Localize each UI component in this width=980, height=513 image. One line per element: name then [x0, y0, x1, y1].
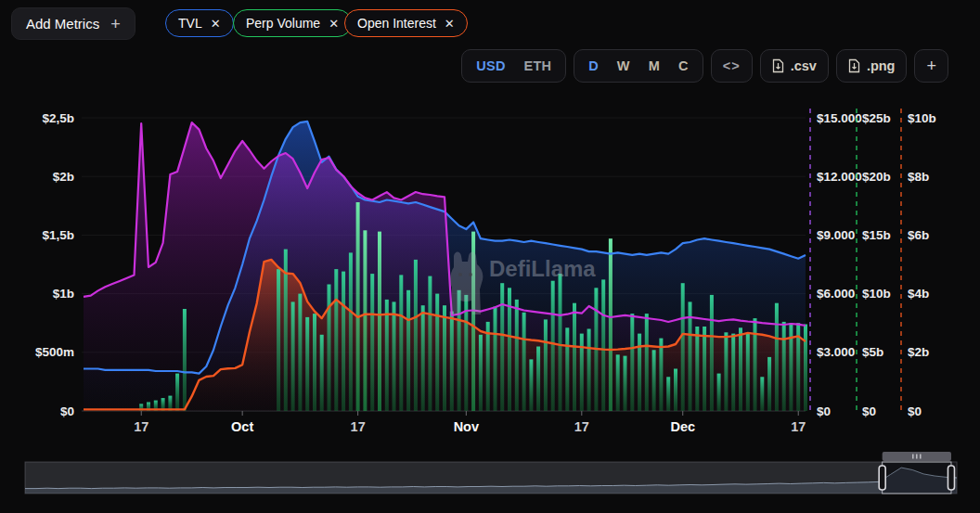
volume-bar — [494, 307, 497, 412]
interval-monthly-button[interactable]: M — [639, 50, 669, 82]
volume-bar — [638, 334, 641, 411]
time-range-scrubber[interactable] — [0, 448, 980, 513]
right-axis-label: $10b — [908, 111, 936, 125]
right-axis-label: $12.000 — [817, 170, 862, 184]
chip-label: Perp Volume — [246, 16, 320, 31]
add-chart-button[interactable]: + — [914, 49, 948, 83]
right-axis-label: $3.000 — [817, 345, 855, 359]
x-axis-label: Nov — [454, 419, 479, 434]
volume-bar — [305, 317, 309, 411]
volume-bar — [587, 329, 591, 412]
watermark-text: DefiLlama — [489, 256, 596, 281]
volume-bar — [767, 357, 771, 411]
right-axis-purple: $15.000$12.000$9.000$6.000$3.000$0 — [810, 109, 862, 418]
volume-bar — [624, 356, 627, 411]
close-icon[interactable]: ✕ — [329, 18, 339, 30]
metric-chip-open-interest[interactable]: Open Interest ✕ — [344, 9, 468, 37]
currency-eth-button[interactable]: ETH — [515, 50, 561, 82]
x-axis: 17Oct17Nov17Dec17 — [134, 411, 806, 434]
download-png-button[interactable]: .png — [836, 49, 908, 83]
x-axis-label: 17 — [791, 419, 806, 434]
right-axis-label: $9.000 — [817, 228, 855, 242]
interval-cumulative-button[interactable]: C — [669, 50, 698, 82]
volume-bar — [291, 301, 295, 411]
metric-chip-tvl[interactable]: TVL ✕ — [165, 9, 234, 37]
x-axis-label: Dec — [670, 419, 695, 434]
volume-bar — [356, 202, 360, 411]
defillama-chart-page: { "header": { "add_metrics_label": "Add … — [0, 0, 980, 513]
file-download-icon — [772, 58, 784, 73]
chart-toolbar: USD ETH D W M C <> .csv .png + — [371, 49, 948, 83]
file-download-icon — [848, 58, 860, 73]
volume-bar — [363, 230, 367, 411]
x-axis-label: Oct — [231, 419, 253, 434]
right-axis-label: $8b — [908, 170, 929, 184]
volume-bar — [645, 314, 649, 411]
right-axis-orange: $10b$8b$6b$4b$2b$0 — [901, 109, 936, 418]
volume-bar — [659, 339, 663, 411]
volume-bar — [298, 294, 302, 411]
png-label: .png — [867, 58, 896, 73]
right-axis-label: $0 — [817, 404, 831, 418]
metric-chip-perp-volume[interactable]: Perp Volume ✕ — [233, 9, 352, 37]
right-axis-label: $10b — [862, 287, 891, 301]
volume-bar — [370, 274, 374, 411]
interval-toggle: D W M C — [574, 49, 703, 83]
volume-bar — [486, 322, 490, 411]
volume-bar — [731, 334, 735, 411]
volume-bar — [724, 332, 728, 411]
volume-bar — [313, 314, 316, 411]
volume-bar — [609, 238, 612, 411]
volume-bar — [529, 359, 533, 411]
right-axis-label: $2b — [908, 345, 929, 359]
download-csv-button[interactable]: .csv — [760, 49, 829, 83]
scrubber-handle-left[interactable] — [879, 466, 885, 490]
volume-bar — [739, 327, 742, 411]
x-axis-label: 17 — [351, 419, 366, 434]
volume-bar — [746, 334, 750, 411]
interval-weekly-button[interactable]: W — [608, 50, 639, 82]
scrubber-window[interactable] — [883, 462, 951, 494]
volume-bar — [536, 347, 540, 412]
currency-usd-button[interactable]: USD — [467, 50, 514, 82]
scrubber-handle-right[interactable] — [948, 466, 954, 490]
x-axis-label: 17 — [574, 419, 589, 434]
chip-label: Open Interest — [357, 16, 436, 31]
main-chart-canvas[interactable]: $2,5b$2b$1,5b$1b$500m$0$15.000$12.000$9.… — [0, 88, 980, 450]
volume-bar — [479, 335, 483, 411]
volume-bar — [334, 269, 338, 411]
right-axis-label: $5b — [862, 345, 883, 359]
volume-bar — [760, 377, 764, 411]
volume-bar — [544, 319, 548, 411]
volume-bar — [393, 301, 396, 411]
embed-button[interactable]: <> — [711, 49, 753, 83]
x-axis-label: 17 — [134, 419, 148, 434]
left-axis-label: $1b — [53, 287, 74, 301]
right-axis-green: $25b$20b$15b$10b$5b$0 — [857, 109, 891, 418]
volume-bar — [630, 314, 634, 411]
volume-bar — [342, 272, 345, 411]
volume-bar — [421, 305, 425, 411]
add-metrics-button[interactable]: Add Metrics + — [11, 7, 135, 40]
left-axis-label: $0 — [60, 404, 74, 418]
volume-bar — [559, 274, 562, 411]
right-axis-label: $4b — [908, 287, 929, 301]
left-axis-label: $1,5b — [42, 228, 74, 242]
volume-bar — [710, 295, 714, 411]
volume-bar — [175, 374, 179, 411]
volume-bar — [695, 327, 699, 411]
interval-daily-button[interactable]: D — [579, 50, 608, 82]
add-metrics-label: Add Metrics — [26, 16, 99, 32]
right-axis-label: $25b — [862, 111, 891, 125]
volume-bar — [674, 369, 677, 412]
chip-label: TVL — [178, 16, 202, 31]
left-axis-label: $2,5b — [42, 111, 74, 125]
close-icon[interactable]: ✕ — [211, 18, 221, 30]
close-icon[interactable]: ✕ — [445, 18, 455, 30]
volume-bar — [775, 303, 779, 411]
volume-bar — [349, 252, 353, 411]
volume-bar — [399, 275, 403, 411]
volume-bar — [804, 325, 807, 412]
volume-bar — [328, 285, 331, 412]
right-axis-label: $15b — [862, 228, 891, 242]
